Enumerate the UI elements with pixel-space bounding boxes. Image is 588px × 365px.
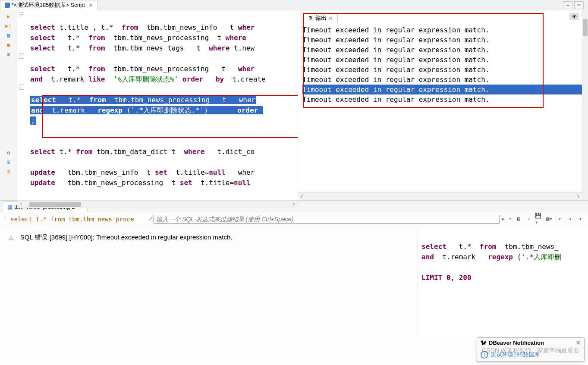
- filter-row: ᵀ select t.* from tbm.tbm_news_proce ⤢ ▶…: [0, 213, 588, 225]
- sql-preview-pane: select t.* from tbm.tbm_news_ and t.rema…: [418, 229, 588, 337]
- sql-editor[interactable]: −select t.title , t.* from tbm.tbm_news_…: [17, 10, 298, 200]
- page-icon[interactable]: 🗎: [5, 159, 12, 166]
- run-icon[interactable]: ▶: [5, 13, 12, 20]
- filter-sql-prefix: select t.* from tbm.tbm_news_proce: [9, 216, 147, 223]
- run-step-icon[interactable]: ▶|: [5, 22, 12, 29]
- filter-toolbar: ◧ ▿ 💾▾ ▦▾ ↶ ↷ ▾: [514, 215, 586, 223]
- output-log[interactable]: Timeout exceeded in regular expression m…: [298, 10, 588, 104]
- maximize-button[interactable]: ▭: [574, 1, 584, 9]
- editor-pane: −select t.title , t.* from tbm.tbm_news_…: [17, 10, 298, 200]
- dbeaver-icon: 🐿: [481, 340, 486, 346]
- funnel-icon[interactable]: ▿: [524, 215, 533, 223]
- more-icon[interactable]: ▾: [576, 215, 585, 223]
- output-tab-label: 输出: [315, 14, 327, 22]
- top-right-buttons: — ▭: [563, 1, 588, 9]
- scroll-right-icon[interactable]: ›: [290, 201, 298, 208]
- output-line[interactable]: Timeout exceeded in regular expression m…: [302, 25, 584, 35]
- grid-icon[interactable]: ▦▾: [545, 215, 553, 223]
- stop-icon[interactable]: ◼: [5, 41, 12, 48]
- output-line[interactable]: Timeout exceeded in regular expression m…: [302, 75, 584, 85]
- table-icon: ▦: [7, 204, 13, 210]
- close-icon[interactable]: ✕: [328, 15, 333, 22]
- output-tab-icon: 🗎: [308, 15, 314, 22]
- watermark: CSDN @前程似锦；家庭幸福最重要: [482, 347, 579, 355]
- top-tab-bar: *<测试环境185数据库> Script ✕ — ▭: [0, 0, 588, 10]
- scroll-right-icon[interactable]: ›: [574, 193, 582, 200]
- fold-icon[interactable]: −: [19, 85, 24, 90]
- eye-icon[interactable]: 👁: [569, 13, 579, 20]
- output-pane: 🗎 输出 ✕ 👁 ▾ Timeout exceeded in regular e…: [298, 10, 588, 200]
- main-split: ▶ ▶| ▦ ◼ ⚙ ⚙ 🗎 🗎 −select t.title , t.* f…: [0, 10, 588, 200]
- sql-file-icon: [5, 3, 10, 8]
- script-icon[interactable]: ▦: [5, 32, 12, 39]
- play-icon[interactable]: ▶: [500, 216, 507, 222]
- output-tab[interactable]: 🗎 输出 ✕: [303, 13, 338, 23]
- panel-icon[interactable]: ◧: [514, 215, 522, 223]
- warning-icon: ⚠: [9, 233, 13, 242]
- scroll-thumb[interactable]: [29, 202, 81, 207]
- scroll-thumb[interactable]: [583, 19, 588, 36]
- error-message: SQL 错误 [3699] [HY000]: Timeout exceeded …: [20, 233, 233, 242]
- explain-icon[interactable]: ⚙: [5, 51, 12, 58]
- minimize-button[interactable]: —: [563, 1, 572, 9]
- export-icon[interactable]: 🗎: [5, 168, 12, 175]
- close-icon[interactable]: ✕: [576, 340, 581, 346]
- output-h-scrollbar[interactable]: ‹ ›: [298, 192, 582, 200]
- output-line[interactable]: Timeout exceeded in regular expression m…: [302, 65, 584, 75]
- history-icon[interactable]: ▾: [507, 216, 514, 222]
- editor-gutter: ▶ ▶| ▦ ◼ ⚙ ⚙ 🗎 🗎: [0, 10, 17, 200]
- scroll-left-icon[interactable]: ‹: [298, 193, 306, 200]
- close-icon[interactable]: ✕: [88, 2, 93, 9]
- selected-sql-block[interactable]: select t.* from tbm.tbm_news_processing …: [30, 96, 256, 104]
- sql-prefix-icon: ᵀ: [2, 216, 9, 222]
- expand-icon[interactable]: ⤢: [147, 216, 154, 222]
- save-icon[interactable]: 💾▾: [535, 215, 543, 223]
- filter-input[interactable]: [154, 215, 500, 223]
- script-tab-title: *<测试环境185数据库> Script: [12, 1, 85, 9]
- undo-icon[interactable]: ↶: [555, 215, 564, 223]
- output-line[interactable]: Timeout exceeded in regular expression m…: [302, 55, 584, 65]
- fold-icon[interactable]: −: [19, 12, 24, 17]
- redo-icon[interactable]: ↷: [566, 215, 574, 223]
- output-line[interactable]: Timeout exceeded in regular expression m…: [302, 94, 584, 104]
- output-line[interactable]: Timeout exceeded in regular expression m…: [302, 45, 584, 55]
- notification-title: DBeaver Notification: [489, 340, 544, 346]
- script-tab[interactable]: *<测试环境185数据库> Script ✕: [0, 0, 98, 10]
- fold-icon[interactable]: −: [19, 53, 24, 59]
- settings-icon[interactable]: ⚙: [5, 149, 12, 156]
- editor-h-scrollbar[interactable]: ‹ ›: [17, 200, 298, 208]
- scroll-left-icon[interactable]: ‹: [17, 201, 25, 208]
- vertical-scrollbar[interactable]: [582, 10, 588, 200]
- output-line[interactable]: Timeout exceeded in regular expression m…: [302, 35, 584, 45]
- output-line[interactable]: Timeout exceeded in regular expression m…: [302, 85, 584, 94]
